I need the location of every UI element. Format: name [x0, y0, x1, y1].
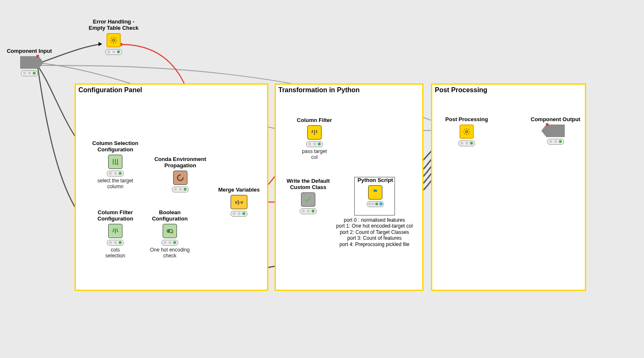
column-selection-icon [108, 155, 122, 169]
node-column-filter-title: Column Filter [285, 117, 344, 124]
svg-point-24 [466, 130, 468, 132]
node-error-handling-title: Error Handling - Empty Table Check [78, 19, 149, 31]
node-component-output[interactable]: Component Output [522, 117, 589, 145]
node-col-filter-cfg-sub: cols selection [84, 247, 147, 259]
node-write-default[interactable]: Write the Default Custom Class [277, 178, 340, 214]
node-python-script-title: Python Script [344, 177, 407, 184]
component-output-port-icon [546, 125, 565, 137]
node-bool-cfg[interactable]: Boolean Configuration One hot encoding c… [138, 210, 201, 259]
traffic-light [367, 201, 384, 207]
column-filter-icon [307, 125, 322, 140]
node-conda-env[interactable]: Conda Environment Propagation [147, 156, 214, 192]
node-col-sel-cfg-sub: select the target column [84, 178, 147, 190]
node-component-input[interactable]: Component Input [0, 48, 61, 76]
traffic-light [300, 208, 317, 214]
python-icon [368, 185, 382, 200]
node-post-processing[interactable]: Post Processing [435, 117, 498, 146]
node-error-handling[interactable]: Error Handling - Empty Table Check [78, 19, 149, 55]
component-input-port-icon [20, 56, 39, 69]
traffic-light [107, 171, 124, 176]
panel-configuration-title: Configuration Panel [78, 86, 142, 94]
gear-icon [106, 33, 121, 47]
node-component-input-title: Component Input [0, 48, 61, 54]
svg-point-23 [171, 232, 173, 233]
panel-transformation-title: Transformation in Python [278, 86, 360, 94]
traffic-light [306, 141, 323, 147]
traffic-light [105, 49, 122, 55]
node-python-script[interactable]: Python Script [344, 177, 407, 207]
node-column-filter-sub: pass target col [285, 149, 344, 161]
node-col-filter-cfg-title: Column Filter Configuration [84, 210, 147, 222]
traffic-light [107, 240, 124, 246]
node-conda-env-title: Conda Environment Propagation [147, 156, 214, 169]
merge-variables-icon: v]-v [231, 195, 247, 209]
python-script-ports-text: port 0 : normalised features port 1: One… [326, 217, 423, 247]
gear-icon [460, 125, 474, 139]
traffic-light [231, 211, 247, 217]
svg-point-20 [117, 163, 119, 165]
workflow-canvas[interactable]: Configuration Panel Transformation in Py… [0, 0, 644, 358]
traffic-light [161, 240, 178, 246]
node-merge-vars[interactable]: Merge Variables v]-v [210, 187, 268, 217]
node-col-sel-cfg-title: Column Selection Configuration [84, 140, 147, 153]
node-merge-vars-title: Merge Variables [210, 187, 268, 193]
node-write-default-title: Write the Default Custom Class [277, 178, 340, 191]
node-col-sel-cfg[interactable]: Column Selection Configuration select th… [84, 140, 147, 189]
node-component-output-title: Component Output [522, 117, 589, 123]
node-col-filter-cfg[interactable]: Column Filter Configuration cols selecti… [84, 210, 147, 259]
panel-post-processing: Post Processing [431, 83, 586, 291]
node-column-filter[interactable]: Column Filter pass target col [285, 117, 344, 161]
traffic-light [458, 140, 475, 146]
traffic-light [172, 187, 189, 192]
checkmark-icon [301, 192, 315, 207]
node-bool-cfg-sub: One hot encoding check [138, 247, 201, 259]
svg-point-22 [168, 230, 170, 232]
boolean-icon [163, 224, 177, 238]
column-filter-icon [108, 224, 122, 238]
traffic-light [21, 70, 38, 76]
traffic-light [547, 139, 564, 145]
node-post-processing-title: Post Processing [435, 117, 498, 123]
svg-point-19 [113, 39, 115, 41]
conda-icon [173, 171, 187, 185]
panel-post-title: Post Processing [435, 86, 487, 94]
node-bool-cfg-title: Boolean Configuration [138, 210, 201, 222]
